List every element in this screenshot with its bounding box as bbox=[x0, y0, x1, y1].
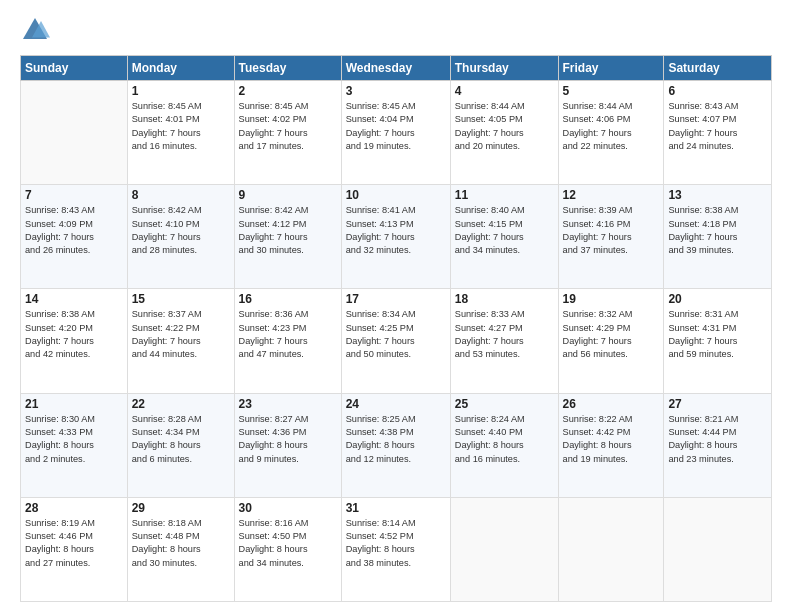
weekday-header: Sunday bbox=[21, 56, 128, 81]
day-number: 10 bbox=[346, 188, 446, 202]
calendar-cell: 4Sunrise: 8:44 AM Sunset: 4:05 PM Daylig… bbox=[450, 81, 558, 185]
calendar-cell: 17Sunrise: 8:34 AM Sunset: 4:25 PM Dayli… bbox=[341, 289, 450, 393]
calendar-cell: 12Sunrise: 8:39 AM Sunset: 4:16 PM Dayli… bbox=[558, 185, 664, 289]
calendar-cell: 22Sunrise: 8:28 AM Sunset: 4:34 PM Dayli… bbox=[127, 393, 234, 497]
day-number: 23 bbox=[239, 397, 337, 411]
day-number: 14 bbox=[25, 292, 123, 306]
page: SundayMondayTuesdayWednesdayThursdayFrid… bbox=[0, 0, 792, 612]
calendar-cell: 16Sunrise: 8:36 AM Sunset: 4:23 PM Dayli… bbox=[234, 289, 341, 393]
day-info: Sunrise: 8:45 AM Sunset: 4:04 PM Dayligh… bbox=[346, 100, 446, 153]
calendar-week-row: 21Sunrise: 8:30 AM Sunset: 4:33 PM Dayli… bbox=[21, 393, 772, 497]
day-info: Sunrise: 8:27 AM Sunset: 4:36 PM Dayligh… bbox=[239, 413, 337, 466]
day-info: Sunrise: 8:24 AM Sunset: 4:40 PM Dayligh… bbox=[455, 413, 554, 466]
day-info: Sunrise: 8:25 AM Sunset: 4:38 PM Dayligh… bbox=[346, 413, 446, 466]
day-info: Sunrise: 8:44 AM Sunset: 4:06 PM Dayligh… bbox=[563, 100, 660, 153]
calendar-cell: 27Sunrise: 8:21 AM Sunset: 4:44 PM Dayli… bbox=[664, 393, 772, 497]
day-number: 9 bbox=[239, 188, 337, 202]
day-info: Sunrise: 8:40 AM Sunset: 4:15 PM Dayligh… bbox=[455, 204, 554, 257]
day-info: Sunrise: 8:16 AM Sunset: 4:50 PM Dayligh… bbox=[239, 517, 337, 570]
day-number: 12 bbox=[563, 188, 660, 202]
day-number: 2 bbox=[239, 84, 337, 98]
calendar-body: 1Sunrise: 8:45 AM Sunset: 4:01 PM Daylig… bbox=[21, 81, 772, 602]
day-info: Sunrise: 8:37 AM Sunset: 4:22 PM Dayligh… bbox=[132, 308, 230, 361]
day-number: 3 bbox=[346, 84, 446, 98]
day-info: Sunrise: 8:43 AM Sunset: 4:07 PM Dayligh… bbox=[668, 100, 767, 153]
calendar-week-row: 14Sunrise: 8:38 AM Sunset: 4:20 PM Dayli… bbox=[21, 289, 772, 393]
calendar-week-row: 7Sunrise: 8:43 AM Sunset: 4:09 PM Daylig… bbox=[21, 185, 772, 289]
day-info: Sunrise: 8:19 AM Sunset: 4:46 PM Dayligh… bbox=[25, 517, 123, 570]
day-info: Sunrise: 8:34 AM Sunset: 4:25 PM Dayligh… bbox=[346, 308, 446, 361]
calendar-cell: 28Sunrise: 8:19 AM Sunset: 4:46 PM Dayli… bbox=[21, 497, 128, 601]
calendar-cell bbox=[558, 497, 664, 601]
day-info: Sunrise: 8:45 AM Sunset: 4:01 PM Dayligh… bbox=[132, 100, 230, 153]
day-number: 24 bbox=[346, 397, 446, 411]
day-number: 21 bbox=[25, 397, 123, 411]
calendar-cell: 25Sunrise: 8:24 AM Sunset: 4:40 PM Dayli… bbox=[450, 393, 558, 497]
day-number: 18 bbox=[455, 292, 554, 306]
day-info: Sunrise: 8:39 AM Sunset: 4:16 PM Dayligh… bbox=[563, 204, 660, 257]
calendar-cell: 30Sunrise: 8:16 AM Sunset: 4:50 PM Dayli… bbox=[234, 497, 341, 601]
day-number: 1 bbox=[132, 84, 230, 98]
day-number: 20 bbox=[668, 292, 767, 306]
logo-icon bbox=[20, 15, 50, 45]
day-number: 30 bbox=[239, 501, 337, 515]
day-info: Sunrise: 8:30 AM Sunset: 4:33 PM Dayligh… bbox=[25, 413, 123, 466]
day-info: Sunrise: 8:32 AM Sunset: 4:29 PM Dayligh… bbox=[563, 308, 660, 361]
calendar-cell: 2Sunrise: 8:45 AM Sunset: 4:02 PM Daylig… bbox=[234, 81, 341, 185]
day-info: Sunrise: 8:38 AM Sunset: 4:18 PM Dayligh… bbox=[668, 204, 767, 257]
weekday-header: Wednesday bbox=[341, 56, 450, 81]
calendar-cell bbox=[21, 81, 128, 185]
calendar-cell: 15Sunrise: 8:37 AM Sunset: 4:22 PM Dayli… bbox=[127, 289, 234, 393]
day-info: Sunrise: 8:36 AM Sunset: 4:23 PM Dayligh… bbox=[239, 308, 337, 361]
calendar-cell: 9Sunrise: 8:42 AM Sunset: 4:12 PM Daylig… bbox=[234, 185, 341, 289]
day-number: 16 bbox=[239, 292, 337, 306]
day-info: Sunrise: 8:21 AM Sunset: 4:44 PM Dayligh… bbox=[668, 413, 767, 466]
day-number: 22 bbox=[132, 397, 230, 411]
calendar-cell: 19Sunrise: 8:32 AM Sunset: 4:29 PM Dayli… bbox=[558, 289, 664, 393]
weekday-header: Friday bbox=[558, 56, 664, 81]
header bbox=[20, 15, 772, 45]
calendar-cell: 21Sunrise: 8:30 AM Sunset: 4:33 PM Dayli… bbox=[21, 393, 128, 497]
day-info: Sunrise: 8:14 AM Sunset: 4:52 PM Dayligh… bbox=[346, 517, 446, 570]
day-number: 5 bbox=[563, 84, 660, 98]
day-info: Sunrise: 8:41 AM Sunset: 4:13 PM Dayligh… bbox=[346, 204, 446, 257]
calendar-cell: 14Sunrise: 8:38 AM Sunset: 4:20 PM Dayli… bbox=[21, 289, 128, 393]
calendar-table: SundayMondayTuesdayWednesdayThursdayFrid… bbox=[20, 55, 772, 602]
day-info: Sunrise: 8:44 AM Sunset: 4:05 PM Dayligh… bbox=[455, 100, 554, 153]
day-info: Sunrise: 8:42 AM Sunset: 4:10 PM Dayligh… bbox=[132, 204, 230, 257]
day-info: Sunrise: 8:22 AM Sunset: 4:42 PM Dayligh… bbox=[563, 413, 660, 466]
calendar-cell bbox=[450, 497, 558, 601]
day-info: Sunrise: 8:38 AM Sunset: 4:20 PM Dayligh… bbox=[25, 308, 123, 361]
weekday-header: Saturday bbox=[664, 56, 772, 81]
calendar-cell: 1Sunrise: 8:45 AM Sunset: 4:01 PM Daylig… bbox=[127, 81, 234, 185]
day-number: 26 bbox=[563, 397, 660, 411]
day-number: 11 bbox=[455, 188, 554, 202]
day-number: 15 bbox=[132, 292, 230, 306]
calendar-cell: 24Sunrise: 8:25 AM Sunset: 4:38 PM Dayli… bbox=[341, 393, 450, 497]
calendar-cell: 8Sunrise: 8:42 AM Sunset: 4:10 PM Daylig… bbox=[127, 185, 234, 289]
day-number: 17 bbox=[346, 292, 446, 306]
day-number: 7 bbox=[25, 188, 123, 202]
day-number: 19 bbox=[563, 292, 660, 306]
day-info: Sunrise: 8:18 AM Sunset: 4:48 PM Dayligh… bbox=[132, 517, 230, 570]
logo bbox=[20, 15, 54, 45]
day-info: Sunrise: 8:28 AM Sunset: 4:34 PM Dayligh… bbox=[132, 413, 230, 466]
calendar-cell: 3Sunrise: 8:45 AM Sunset: 4:04 PM Daylig… bbox=[341, 81, 450, 185]
day-number: 28 bbox=[25, 501, 123, 515]
calendar-cell: 10Sunrise: 8:41 AM Sunset: 4:13 PM Dayli… bbox=[341, 185, 450, 289]
day-info: Sunrise: 8:31 AM Sunset: 4:31 PM Dayligh… bbox=[668, 308, 767, 361]
calendar-cell: 29Sunrise: 8:18 AM Sunset: 4:48 PM Dayli… bbox=[127, 497, 234, 601]
day-number: 4 bbox=[455, 84, 554, 98]
day-number: 27 bbox=[668, 397, 767, 411]
calendar-cell: 11Sunrise: 8:40 AM Sunset: 4:15 PM Dayli… bbox=[450, 185, 558, 289]
calendar-cell: 23Sunrise: 8:27 AM Sunset: 4:36 PM Dayli… bbox=[234, 393, 341, 497]
calendar-cell: 5Sunrise: 8:44 AM Sunset: 4:06 PM Daylig… bbox=[558, 81, 664, 185]
day-number: 29 bbox=[132, 501, 230, 515]
day-info: Sunrise: 8:42 AM Sunset: 4:12 PM Dayligh… bbox=[239, 204, 337, 257]
calendar-header-row: SundayMondayTuesdayWednesdayThursdayFrid… bbox=[21, 56, 772, 81]
calendar-cell: 13Sunrise: 8:38 AM Sunset: 4:18 PM Dayli… bbox=[664, 185, 772, 289]
day-number: 13 bbox=[668, 188, 767, 202]
weekday-header: Tuesday bbox=[234, 56, 341, 81]
calendar-cell: 20Sunrise: 8:31 AM Sunset: 4:31 PM Dayli… bbox=[664, 289, 772, 393]
day-info: Sunrise: 8:33 AM Sunset: 4:27 PM Dayligh… bbox=[455, 308, 554, 361]
